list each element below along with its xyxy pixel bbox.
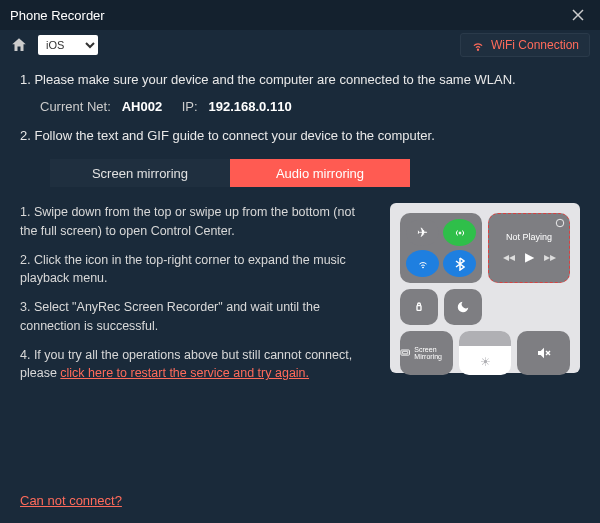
do-not-disturb-icon — [444, 289, 482, 325]
network-info: Current Net: AH002 IP: 192.168.0.110 — [40, 99, 580, 114]
svg-point-5 — [556, 219, 564, 227]
guide-step-1: 1. Swipe down from the top or swipe up f… — [20, 203, 370, 241]
ip-value: 192.168.0.110 — [209, 99, 292, 114]
cc-music-controls: ◂◂ ▶ ▸▸ — [503, 250, 556, 264]
cannot-connect-link[interactable]: Can not connect? — [20, 493, 122, 508]
step-1: 1. Please make sure your device and the … — [20, 72, 580, 87]
prev-track-icon: ◂◂ — [503, 250, 515, 264]
wifi-toggle-icon — [406, 250, 439, 277]
content: 1. Please make sure your device and the … — [0, 60, 600, 401]
tab-screen-mirroring[interactable]: Screen mirroring — [50, 159, 230, 187]
step-2: 2. Follow the text and GIF guide to conn… — [20, 128, 580, 143]
orientation-lock-icon — [400, 289, 438, 325]
wifi-connection-button[interactable]: WiFi Connection — [460, 33, 590, 57]
cc-spacer — [488, 289, 570, 325]
close-icon — [572, 9, 584, 21]
bluetooth-icon — [443, 250, 476, 277]
cc-connectivity-tile: ✈ — [400, 213, 482, 283]
svg-point-4 — [422, 267, 423, 268]
guide-step-2: 2. Click the icon in the top-right corne… — [20, 251, 370, 289]
current-net-label: Current Net: — [40, 99, 111, 114]
cc-row2-left — [400, 289, 482, 325]
play-icon: ▶ — [525, 250, 534, 264]
home-icon[interactable] — [10, 36, 28, 54]
platform-select[interactable]: iOS — [38, 35, 98, 55]
mirroring-tabs: Screen mirroring Audio mirroring — [50, 159, 580, 187]
svg-point-3 — [459, 232, 461, 234]
tab-audio-mirroring[interactable]: Audio mirroring — [230, 159, 410, 187]
svg-point-2 — [477, 49, 478, 50]
restart-service-link[interactable]: click here to restart the service and tr… — [60, 366, 309, 380]
guide-step-3: 3. Select "AnyRec Screen Recorder" and w… — [20, 298, 370, 336]
svg-rect-8 — [403, 351, 408, 354]
wifi-icon — [471, 38, 485, 52]
next-track-icon: ▸▸ — [544, 250, 556, 264]
brightness-icon: ☀ — [480, 355, 491, 369]
control-center-preview: ✈ Not Playing ◂◂ ▶ ▸▸ — [390, 203, 580, 373]
current-net-value: AH002 — [122, 99, 162, 114]
svg-rect-6 — [417, 306, 421, 311]
airplane-icon: ✈ — [406, 219, 439, 246]
screen-mirroring-icon — [400, 348, 410, 358]
window-title: Phone Recorder — [10, 8, 105, 23]
cc-not-playing-label: Not Playing — [506, 232, 552, 242]
footer: Can not connect? — [20, 491, 122, 509]
titlebar: Phone Recorder — [0, 0, 600, 30]
guide-text: 1. Swipe down from the top or swipe up f… — [20, 203, 370, 393]
cc-screen-mirroring-tile: Screen Mirroring — [400, 331, 453, 375]
cc-volume-tile — [517, 331, 570, 375]
guide-step-4: 4. If you try all the operations above b… — [20, 346, 370, 384]
airplay-badge-icon — [555, 218, 565, 228]
ip-label: IP: — [182, 99, 198, 114]
close-button[interactable] — [566, 3, 590, 27]
wifi-label: WiFi Connection — [491, 38, 579, 52]
toolbar: iOS WiFi Connection — [0, 30, 600, 60]
cc-music-tile: Not Playing ◂◂ ▶ ▸▸ — [488, 213, 570, 283]
cellular-icon — [443, 219, 476, 246]
cc-brightness-slider: ☀ — [459, 331, 512, 375]
volume-mute-icon — [536, 345, 552, 361]
